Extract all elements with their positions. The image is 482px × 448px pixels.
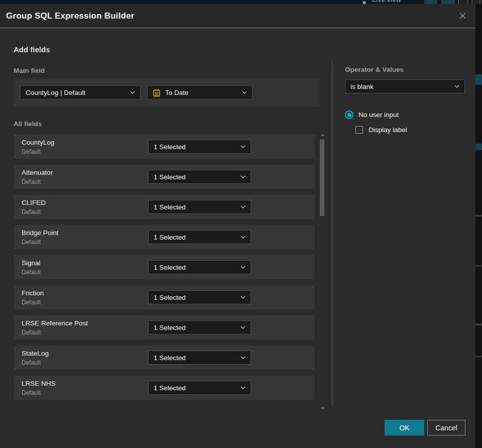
all-fields-list: CountyLog Default 1 Selected Attenuator … xyxy=(14,135,314,406)
all-fields-label: All fields xyxy=(14,120,42,128)
field-row: Attenuator Default 1 Selected xyxy=(14,165,314,189)
display-label-label: Display label xyxy=(369,126,407,134)
checkbox-unchecked-icon xyxy=(355,126,363,134)
field-row: CLIFED Default 1 Selected xyxy=(14,195,314,219)
operator-values-label: Operator & Values xyxy=(345,66,404,73)
ok-button[interactable]: OK xyxy=(385,420,424,435)
field-name: Attenuator xyxy=(22,169,53,176)
field-row: LRSE NHS Default 1 Selected xyxy=(14,376,314,400)
field-subtitle: Default xyxy=(22,329,41,336)
chevron-down-icon xyxy=(454,85,459,88)
background-edge-block xyxy=(475,323,482,325)
dialog-title-bar: Group SQL Expression Builder xyxy=(0,4,475,28)
field-name: CountyLog xyxy=(22,139,54,146)
scroll-up-icon[interactable] xyxy=(321,134,325,136)
chevron-down-icon xyxy=(240,326,246,329)
field-subtitle: Default xyxy=(22,299,41,306)
chevron-down-icon xyxy=(240,296,246,299)
field-row: CountyLog Default 1 Selected xyxy=(14,135,314,159)
background-app-right-strip xyxy=(475,4,482,448)
background-edge-block xyxy=(475,265,482,267)
vertical-divider xyxy=(332,61,332,407)
field-selection-dropdown[interactable]: 1 Selected xyxy=(148,230,251,244)
operator-dropdown-value: is blank xyxy=(350,83,450,90)
field-selection-dropdown[interactable]: 1 Selected xyxy=(148,320,251,334)
scroll-down-icon[interactable] xyxy=(321,407,325,410)
background-edge-block xyxy=(475,356,482,357)
radio-selected-icon xyxy=(345,110,353,119)
field-selection-dropdown[interactable]: 1 Selected xyxy=(148,140,251,154)
chevron-down-icon xyxy=(242,91,247,94)
field-row: Friction Default 1 Selected xyxy=(14,285,314,309)
field-selection-dropdown[interactable]: 1 Selected xyxy=(148,200,251,214)
main-field-panel: CountyLog | Default To Date xyxy=(14,78,320,106)
chevron-down-icon xyxy=(240,205,246,208)
chevron-down-icon xyxy=(240,266,246,269)
field-subtitle: Default xyxy=(22,148,41,155)
screen: Live view Group SQL Expression Builder A… xyxy=(0,0,482,448)
main-field-label: Main field xyxy=(14,67,45,74)
group-sql-expression-builder-dialog: Group SQL Expression Builder Add fields … xyxy=(0,4,475,448)
field-name: StateLog xyxy=(22,350,49,357)
background-toolbar-button xyxy=(424,0,437,4)
scrollbar-thumb[interactable] xyxy=(320,140,324,216)
background-toolbar-button xyxy=(441,0,455,4)
main-field-dropdown-value: CountyLog | Default xyxy=(26,89,126,96)
main-field-dropdown[interactable]: CountyLog | Default xyxy=(20,85,141,99)
field-name: Friction xyxy=(22,289,44,297)
chevron-down-icon xyxy=(240,145,246,148)
operator-dropdown[interactable]: is blank xyxy=(345,79,465,93)
field-name: LRSE Reference Post xyxy=(22,319,88,327)
field-name: Signal xyxy=(22,259,41,267)
field-selection-dropdown[interactable]: 1 Selected xyxy=(148,260,251,274)
display-label-checkbox[interactable]: Display label xyxy=(355,126,407,134)
date-field-dropdown-value: To Date xyxy=(165,89,238,96)
no-user-input-radio[interactable]: No user input xyxy=(345,110,399,119)
field-subtitle: Default xyxy=(22,208,41,215)
chevron-down-icon xyxy=(130,91,135,94)
background-edge-block xyxy=(475,215,482,216)
field-subtitle: Default xyxy=(22,389,41,396)
list-scrollbar[interactable] xyxy=(320,134,325,410)
calendar-icon xyxy=(153,88,161,97)
background-toolbar-button xyxy=(471,0,480,4)
cancel-button[interactable]: Cancel xyxy=(427,420,465,435)
field-selection-dropdown[interactable]: 1 Selected xyxy=(148,381,251,395)
background-edge-block xyxy=(475,74,482,85)
chevron-down-icon xyxy=(240,356,246,359)
field-name: CLIFED xyxy=(22,199,46,206)
dialog-title: Group SQL Expression Builder xyxy=(6,11,135,21)
chevron-down-icon xyxy=(240,236,246,239)
live-view-label: Live view xyxy=(372,0,401,4)
no-user-input-label: No user input xyxy=(358,111,399,119)
field-row: Signal Default 1 Selected xyxy=(14,255,314,279)
field-row: StateLog Default 1 Selected xyxy=(14,346,314,370)
add-fields-heading: Add fields xyxy=(14,45,50,54)
field-row: LRSE Reference Post Default 1 Selected xyxy=(14,315,314,340)
background-toolbar-button xyxy=(458,0,468,4)
field-subtitle: Default xyxy=(22,269,41,276)
field-selection-dropdown[interactable]: 1 Selected xyxy=(148,351,251,365)
date-field-dropdown[interactable]: To Date xyxy=(147,85,253,99)
chevron-down-icon xyxy=(240,175,246,178)
chevron-down-icon xyxy=(240,386,246,389)
field-subtitle: Default xyxy=(22,359,41,366)
field-row: Bridge Point Default 1 Selected xyxy=(14,225,314,249)
field-selection-dropdown[interactable]: 1 Selected xyxy=(148,290,251,304)
field-name: Bridge Point xyxy=(22,229,59,237)
field-subtitle: Default xyxy=(22,239,41,246)
background-app-top-strip: Live view xyxy=(0,0,482,4)
background-edge-block xyxy=(475,144,482,150)
close-icon[interactable] xyxy=(457,11,467,21)
field-subtitle: Default xyxy=(22,178,41,185)
field-name: LRSE NHS xyxy=(22,380,56,387)
field-selection-dropdown[interactable]: 1 Selected xyxy=(148,170,251,184)
